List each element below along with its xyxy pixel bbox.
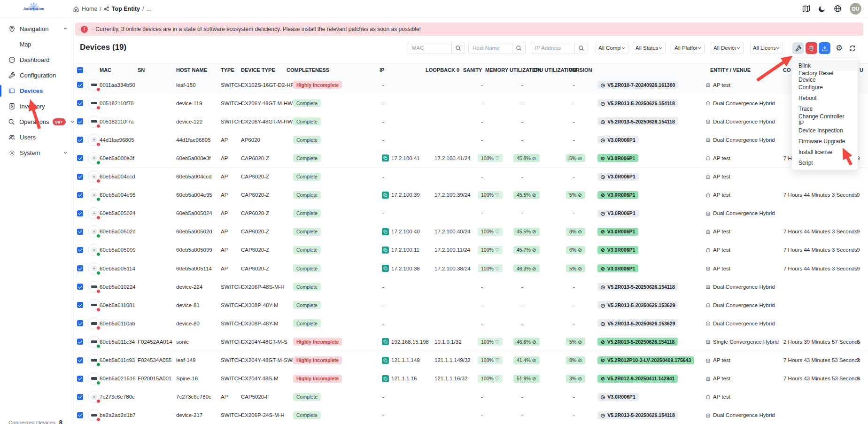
filter-select-all-complet[interactable]: All Complet xyxy=(596,42,628,54)
cell-ip: - xyxy=(382,204,384,223)
table-row[interactable]: 60eb5a000e3f60eb5a000e3fAPCAP6020-ZCompl… xyxy=(74,149,868,168)
copy-ip-icon[interactable] xyxy=(382,247,389,254)
completeness-badge: Complete xyxy=(293,246,321,254)
table-row[interactable]: 60eb5a010224device-224SWITCHCX206P-48S-M… xyxy=(74,278,868,296)
filter-select-all-device-t[interactable]: All Device T xyxy=(711,42,744,54)
row-checkbox[interactable] xyxy=(77,100,83,106)
search-button[interactable] xyxy=(451,42,465,54)
copy-ip-icon[interactable] xyxy=(382,265,389,272)
row-checkbox[interactable] xyxy=(77,302,83,308)
mac-search-input[interactable] xyxy=(408,42,451,54)
row-checkbox[interactable] xyxy=(77,376,83,382)
menu-item-install-license[interactable]: Install license xyxy=(792,146,858,157)
sidebar-item-dashboard[interactable]: Dashboard xyxy=(0,52,73,68)
row-checkbox[interactable] xyxy=(77,247,83,253)
table-row[interactable]: 005182110f7adevice-122SWITCHCX206Y-48GT-… xyxy=(74,112,868,131)
breadcrumb-entity[interactable]: Top Entity xyxy=(112,6,140,12)
table-row[interactable]: 60eb5a011c93F024534A055leaf-149SWITCHCX2… xyxy=(74,351,868,370)
copy-ip-icon[interactable] xyxy=(382,338,389,345)
wrench-button[interactable] xyxy=(792,42,804,54)
search-button[interactable] xyxy=(574,42,588,54)
table-row[interactable]: 60eb5a0110abdevice-80SWITCHCX308P-48Y-MC… xyxy=(74,314,868,333)
sidebar-item-users[interactable]: Users xyxy=(0,130,73,145)
sidebar-item-operations[interactable]: Operations99+ xyxy=(0,114,73,130)
delete-button[interactable] xyxy=(806,42,817,54)
row-checkbox[interactable] xyxy=(77,265,83,271)
table-row[interactable]: 60eb5a021516F020015A001Spine-16SWITCHCX2… xyxy=(74,370,868,388)
host-name-search-input[interactable] xyxy=(468,42,512,54)
table-row[interactable]: 60eb5a011081device-81SWITCHCX308P-48Y-MC… xyxy=(74,296,868,315)
row-checkbox[interactable] xyxy=(77,357,83,363)
globe-icon[interactable] xyxy=(834,5,842,13)
sidebar-item-system[interactable]: System xyxy=(0,145,73,161)
filter-select-all-license[interactable]: All License xyxy=(750,42,783,54)
table-row[interactable]: 0011aa334b50leaf-150SWITCHCX102S-16GT-D2… xyxy=(74,76,868,94)
menu-item-script[interactable]: Script xyxy=(792,157,858,168)
user-avatar[interactable]: DU xyxy=(850,3,861,15)
table-row[interactable]: 44d1fae9680544d1fae96805APAP6020Complete… xyxy=(74,131,868,149)
map-icon[interactable] xyxy=(802,5,810,13)
copy-ip-icon[interactable] xyxy=(382,154,389,162)
row-checkbox[interactable] xyxy=(77,82,83,88)
row-checkbox[interactable] xyxy=(77,118,83,124)
row-checkbox[interactable] xyxy=(77,229,83,235)
version-ok-icon: ⊘ xyxy=(601,339,605,345)
menu-item-change-controller-ip[interactable]: Change Controller IP xyxy=(792,114,858,125)
table-row[interactable]: 005182110f78device-119SWITCHCX206Y-48GT-… xyxy=(74,94,868,113)
row-checkbox[interactable] xyxy=(77,284,83,290)
menu-item-device-inspection[interactable]: Device Inspection xyxy=(792,125,858,136)
copy-ip-icon[interactable] xyxy=(382,192,389,199)
sidebar-item-inventory[interactable]: Inventory xyxy=(0,99,73,114)
table-row[interactable]: 60eb5a00502460eb5a005024APCAP6020-ZCompl… xyxy=(74,204,868,223)
breadcrumb-home[interactable]: Home xyxy=(82,6,97,12)
search-button[interactable] xyxy=(512,42,526,54)
row-checkbox[interactable] xyxy=(77,137,83,143)
table-row[interactable]: 60eb5a011c34F02452AA014sonicSWITCHCX204Y… xyxy=(74,332,868,351)
ip-address-search-input[interactable] xyxy=(531,42,574,54)
table-header: MACSNHOST NAMETYPEDEVICE TYPECOMPLETENES… xyxy=(74,63,868,77)
row-checkbox[interactable] xyxy=(77,412,83,418)
menu-item-configure[interactable]: Configure xyxy=(792,82,858,93)
refresh-button[interactable] xyxy=(846,42,858,54)
copy-ip-icon[interactable] xyxy=(382,357,389,364)
row-checkbox[interactable] xyxy=(77,155,83,161)
copy-ip-icon[interactable] xyxy=(382,375,389,382)
cell-connected-duration: 7 Hours 44 Minutes 3 Seconds xyxy=(783,241,857,259)
row-checkbox[interactable] xyxy=(77,210,83,216)
memory-badge: 41.4% ⊘ xyxy=(513,356,540,364)
heart-icon: ♡ xyxy=(495,247,499,253)
sidebar-item-navigation[interactable]: Navigation xyxy=(0,21,73,37)
download-button[interactable] xyxy=(819,42,830,54)
moon-icon[interactable] xyxy=(818,5,826,13)
settings-button[interactable]: ⚙ xyxy=(833,42,845,54)
select-all-checkbox[interactable] xyxy=(77,67,83,73)
filter-select-all-platform[interactable]: All Platform xyxy=(672,42,705,54)
menu-item-factory-reset-device[interactable]: Factory Reset Device xyxy=(792,71,858,82)
table-row[interactable]: 60eb5a004ccd60eb5a004ccdAPCAP6020-ZCompl… xyxy=(74,168,868,186)
menu-item-firmware-upgrade[interactable]: Firmware Upgrade xyxy=(792,136,858,146)
column-header-ip: IP xyxy=(380,64,384,76)
table-row[interactable]: 60eb5a00511460eb5a005114APCAP6020-ZCompl… xyxy=(74,259,868,278)
table-row[interactable]: 7c273c6e780c7c273c6e780cAPCAP5020-FCompl… xyxy=(74,388,868,407)
row-checkbox[interactable] xyxy=(77,192,83,198)
completeness-badge: Highly Incomplete xyxy=(293,356,342,364)
breadcrumb-more[interactable]: ... xyxy=(147,6,151,12)
sidebar-item-devices[interactable]: Devices xyxy=(0,83,73,99)
row-checkbox[interactable] xyxy=(77,320,83,326)
filter-select-all-status[interactable]: All Status xyxy=(633,42,666,54)
row-checkbox[interactable] xyxy=(77,339,83,345)
sidebar-item-configuration[interactable]: Configuration xyxy=(0,68,73,83)
row-checkbox[interactable] xyxy=(77,174,83,180)
row-checkbox[interactable] xyxy=(77,394,83,400)
menu-item-reboot[interactable]: Reboot xyxy=(792,93,858,103)
asterfusion-logo[interactable]: ❋ Asterfusion xyxy=(18,1,50,16)
cell-uptime: 2 xyxy=(857,351,860,370)
version-clock-icon: ◷ xyxy=(601,119,605,124)
sidebar-item-map[interactable]: Map xyxy=(0,37,73,52)
table-row[interactable]: 60eb5a004e9560eb5a004e95APCAP6020-ZCompl… xyxy=(74,186,868,205)
dashboard-icon xyxy=(8,56,16,64)
copy-ip-icon[interactable] xyxy=(382,228,389,235)
table-row[interactable]: be2a2ad2d1b7device-217SWITCHCX206P-24S-M… xyxy=(74,406,868,424)
table-row[interactable]: 60eb5a00509960eb5a005099APCAP6020-ZCompl… xyxy=(74,241,868,260)
table-row[interactable]: 60eb5a00502d60eb5a00502dAPCAP6020-ZCompl… xyxy=(74,223,868,241)
